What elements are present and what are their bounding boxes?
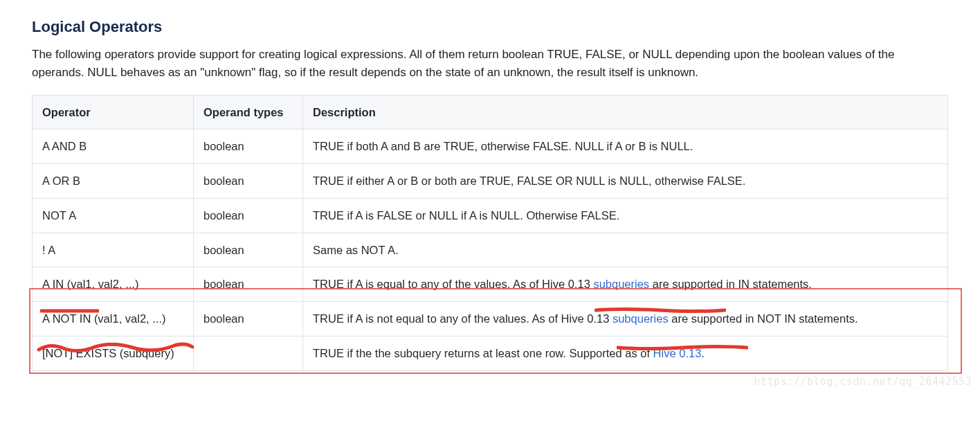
cell-operator: A IN (val1, val2, ...) xyxy=(33,267,194,302)
cell-types: boolean xyxy=(194,302,303,337)
desc-pre: TRUE if A is equal to any of the values.… xyxy=(313,278,593,290)
cell-desc: TRUE if A is not equal to any of the val… xyxy=(303,302,948,337)
cell-operator: A OR B xyxy=(33,164,194,199)
cell-desc: TRUE if either A or B or both are TRUE, … xyxy=(303,164,948,199)
table-row: [NOT] EXISTS (subquery) TRUE if the the … xyxy=(33,336,948,370)
desc-post: are supported in NOT IN statements. xyxy=(669,312,858,325)
link-hive-version[interactable]: Hive 0.13 xyxy=(653,347,702,359)
table-row: A IN (val1, val2, ...) boolean TRUE if A… xyxy=(33,267,948,302)
cell-types: boolean xyxy=(194,129,303,164)
th-operator: Operator xyxy=(33,95,194,129)
cell-desc: TRUE if the the subquery returns at leas… xyxy=(303,336,948,370)
cell-operator: A AND B xyxy=(33,129,194,164)
desc-pre: TRUE if A is not equal to any of the val… xyxy=(313,312,612,325)
cell-types: boolean xyxy=(194,164,303,199)
watermark-text: https://blog.csdn.net/qq_26442553 xyxy=(754,375,972,388)
cell-operator: A NOT IN (val1, val2, ...) xyxy=(33,302,194,337)
cell-types: boolean xyxy=(194,267,303,302)
cell-operator: [NOT] EXISTS (subquery) xyxy=(33,336,194,370)
cell-desc: TRUE if A is FALSE or NULL if A is NULL.… xyxy=(303,198,948,233)
cell-operator: ! A xyxy=(33,233,194,267)
table-row: A OR B boolean TRUE if either A or B or … xyxy=(33,164,948,199)
section-intro: The following operators provide support … xyxy=(32,46,948,82)
link-subqueries[interactable]: subqueries xyxy=(612,312,669,325)
cell-types: boolean xyxy=(194,198,303,233)
table-row: A AND B boolean TRUE if both A and B are… xyxy=(33,129,948,164)
desc-post: . xyxy=(701,347,705,359)
cell-desc: TRUE if A is equal to any of the values.… xyxy=(303,267,948,302)
cell-desc: Same as NOT A. xyxy=(303,233,948,267)
table-row: NOT A boolean TRUE if A is FALSE or NULL… xyxy=(33,198,948,233)
link-subqueries[interactable]: subqueries xyxy=(593,278,649,290)
table-header-row: Operator Operand types Description xyxy=(33,95,948,129)
cell-operator: NOT A xyxy=(33,198,194,233)
table-row: A NOT IN (val1, val2, ...) boolean TRUE … xyxy=(33,302,948,337)
cell-desc: TRUE if both A and B are TRUE, otherwise… xyxy=(303,129,948,164)
section-title: Logical Operators xyxy=(32,18,948,36)
th-operand-types: Operand types xyxy=(194,95,303,129)
cell-types: boolean xyxy=(194,233,303,267)
desc-pre: TRUE if the the subquery returns at leas… xyxy=(313,347,653,359)
th-description: Description xyxy=(303,95,948,129)
cell-types xyxy=(194,336,303,370)
table-row: ! A boolean Same as NOT A. xyxy=(33,233,948,267)
logical-operators-table: Operator Operand types Description A AND… xyxy=(32,95,948,371)
desc-post: are supported in IN statements. xyxy=(649,278,812,290)
